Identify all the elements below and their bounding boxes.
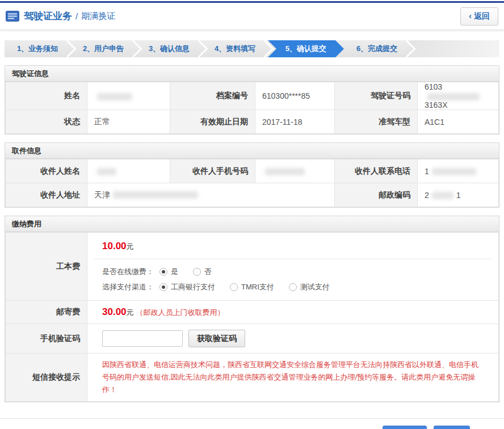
recipient-phone-label: 收件人联系电话 xyxy=(335,159,418,183)
pickup-section-title: 取件信息 xyxy=(5,143,499,159)
postal-code-suffix: 1 xyxy=(456,191,461,200)
step-1-business-notice[interactable]: 1、业务须知 xyxy=(5,40,70,57)
license-no-label: 驾驶证号码 xyxy=(335,82,418,110)
postage-fee-label: 邮寄费 xyxy=(6,301,87,324)
radio-checked-icon[interactable] xyxy=(159,283,167,291)
sms-notice-cell: 因陕西省联通、电信运营商技术问题，陕西省互联网交通安全综合服务管理平台无法向持陕… xyxy=(87,354,499,402)
postage-fee-value: 30.00元（邮政人员上门收取费用） xyxy=(87,301,499,324)
postage-fee-note: （邮政人员上门收取费用） xyxy=(136,308,225,317)
step-5-confirm-submit-active[interactable]: 5、确认提交 xyxy=(268,40,344,57)
table-row: 工本费 10.00元 是否在线缴费： 是 否 选择支付渠道： 工商银行支付 TM… xyxy=(6,233,499,301)
table-row: 邮寄费 30.00元（邮政人员上门收取费用） xyxy=(6,301,499,324)
back-button-label: 返回 xyxy=(474,11,490,20)
radio-online-yes-label: 是 xyxy=(171,267,178,277)
radio-online-yes[interactable]: 是 xyxy=(159,267,178,277)
table-row: 短信接收提示 因陕西省联通、电信运营商技术问题，陕西省互联网交通安全综合服务管理… xyxy=(6,354,499,402)
fees-section-title: 缴纳费用 xyxy=(5,216,499,232)
step-6-complete-submit[interactable]: 6、完成提交 xyxy=(344,40,410,57)
radio-unchecked-icon[interactable] xyxy=(193,268,201,276)
table-row: 收件人姓名 收件人手机号码 收件人联系电话 1 xyxy=(6,159,499,183)
redacted-recipient-phone xyxy=(432,168,476,175)
sms-code-input[interactable] xyxy=(102,330,183,347)
file-no-label: 档案编号 xyxy=(170,82,255,110)
payment-options-block: 是否在线缴费： 是 否 选择支付渠道： 工商银行支付 TMRI支付 测试支付 xyxy=(94,259,492,300)
radio-channel-tmri-label: TMRI支付 xyxy=(241,282,274,292)
online-pay-row: 是否在线缴费： 是 否 xyxy=(102,264,484,279)
radio-unchecked-icon[interactable] xyxy=(289,283,297,291)
radio-channel-tmri[interactable]: TMRI支付 xyxy=(230,282,274,292)
radio-channel-icbc-label: 工商银行支付 xyxy=(171,282,215,292)
postal-code-label: 邮政编码 xyxy=(335,183,418,207)
back-button[interactable]: ‹返回 xyxy=(460,7,498,26)
get-sms-code-button[interactable]: 获取验证码 xyxy=(188,330,245,347)
step-3-confirm-info[interactable]: 3、确认信息 xyxy=(136,40,202,57)
valid-until-value: 2017-11-18 xyxy=(255,110,335,134)
vehicle-class-value: A1C1 xyxy=(418,110,499,134)
license-no-value: 61033163X xyxy=(418,82,499,110)
radio-checked-icon[interactable] xyxy=(159,268,167,276)
license-info-table: 姓名 档案编号 610300****85 驾驶证号码 61033163X 状态 … xyxy=(5,82,499,134)
online-pay-question: 是否在线缴费： xyxy=(102,267,154,277)
postage-fee-amount: 30.00 xyxy=(102,306,127,317)
redacted-license-no xyxy=(427,93,480,100)
table-row: 收件人地址 天津 邮政编码 21 xyxy=(6,183,499,207)
production-fee-unit: 元 xyxy=(127,242,134,251)
postage-fee-unit: 元 xyxy=(127,308,134,317)
finish-button[interactable]: 完成 xyxy=(434,426,470,429)
breadcrumb-separator: / xyxy=(75,11,78,21)
recipient-mobile-value xyxy=(255,159,335,183)
recipient-phone-value: 1 xyxy=(418,159,499,183)
pay-channel-row: 选择支付渠道： 工商银行支付 TMRI支付 测试支付 xyxy=(102,279,484,295)
page-title: 驾驶证业务 xyxy=(24,10,72,23)
form-list-icon xyxy=(6,11,19,22)
sms-code-cell: 获取验证码 xyxy=(87,324,499,354)
pickup-info-section: 取件信息 收件人姓名 收件人手机号码 收件人联系电话 1 收件人地址 天津 邮政… xyxy=(5,142,499,208)
radio-channel-test[interactable]: 测试支付 xyxy=(289,282,330,292)
radio-channel-icbc[interactable]: 工商银行支付 xyxy=(159,282,215,292)
redacted-recipient-name xyxy=(97,168,116,175)
step-4-fill-data[interactable]: 4、资料填写 xyxy=(202,40,268,57)
step-wizard: 1、业务须知 2、用户申告 3、确认信息 4、资料填写 5、确认提交 6、完成提… xyxy=(5,40,499,57)
redacted-name xyxy=(97,93,132,100)
vehicle-class-label: 准驾车型 xyxy=(335,110,418,134)
sms-notice-label: 短信接收提示 xyxy=(6,354,87,402)
fees-section: 缴纳费用 工本费 10.00元 是否在线缴费： 是 否 选择支付渠道： 工商银行… xyxy=(5,216,499,402)
recipient-address-label: 收件人地址 xyxy=(6,183,87,207)
redacted-recipient-mobile xyxy=(265,168,305,175)
recipient-name-value xyxy=(87,159,170,183)
production-fee-amount-line: 10.00元 xyxy=(94,233,492,259)
postal-code-value: 21 xyxy=(418,183,499,207)
postal-code-prefix: 2 xyxy=(425,191,429,200)
step-bar-filler xyxy=(410,40,499,57)
breadcrumb-current: 期满换证 xyxy=(81,11,115,22)
radio-channel-test-label: 测试支付 xyxy=(300,282,330,292)
radio-online-no[interactable]: 否 xyxy=(193,267,212,277)
footer-actions: 上一步 完成 xyxy=(0,418,504,429)
production-fee-label: 工本费 xyxy=(6,233,87,301)
radio-online-no-label: 否 xyxy=(204,267,212,277)
sms-code-label: 手机验证码 xyxy=(6,324,87,354)
license-section-title: 驾驶证信息 xyxy=(5,66,499,82)
recipient-address-value: 天津 xyxy=(87,183,335,207)
pickup-info-table: 收件人姓名 收件人手机号码 收件人联系电话 1 收件人地址 天津 邮政编码 21 xyxy=(5,159,499,207)
redacted-postal-code xyxy=(432,192,453,199)
previous-step-button[interactable]: 上一步 xyxy=(383,426,427,429)
recipient-address-prefix: 天津 xyxy=(94,190,110,199)
production-fee-value: 10.00元 是否在线缴费： 是 否 选择支付渠道： 工商银行支付 TMRI支付… xyxy=(87,233,499,301)
table-row: 手机验证码 获取验证码 xyxy=(6,324,499,354)
radio-unchecked-icon[interactable] xyxy=(230,283,238,291)
redacted-recipient-address xyxy=(113,191,198,199)
status-label: 状态 xyxy=(6,110,87,134)
step-2-user-declaration[interactable]: 2、用户申告 xyxy=(70,40,136,57)
recipient-name-label: 收件人姓名 xyxy=(6,159,87,183)
production-fee-amount: 10.00 xyxy=(102,241,127,251)
recipient-mobile-label: 收件人手机号码 xyxy=(170,159,255,183)
file-no-value: 610300****85 xyxy=(255,82,335,110)
license-info-section: 驾驶证信息 姓名 档案编号 610300****85 驾驶证号码 6103316… xyxy=(5,65,499,134)
status-value: 正常 xyxy=(87,110,170,134)
license-no-prefix: 6103 xyxy=(425,82,442,91)
license-no-suffix: 3163X xyxy=(425,100,447,110)
table-row: 状态 正常 有效期止日期 2017-11-18 准驾车型 A1C1 xyxy=(6,110,499,134)
page-header: 驾驶证业务 / 期满换证 ‹返回 xyxy=(0,3,504,30)
sms-notice-text: 因陕西省联通、电信运营商技术问题，陕西省互联网交通安全综合服务管理平台无法向持陕… xyxy=(94,354,492,401)
